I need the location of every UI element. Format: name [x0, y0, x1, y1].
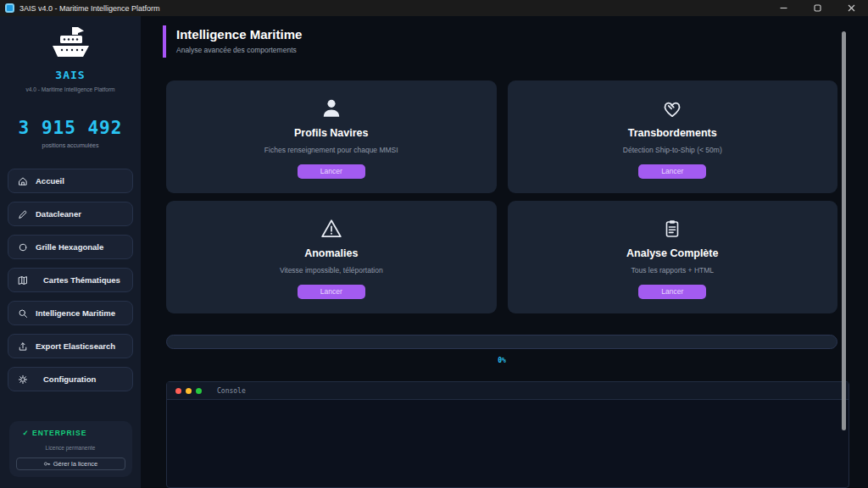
console-header: Console — [167, 382, 849, 400]
license-sublabel: Licence permanente — [16, 445, 125, 451]
app-subtitle: v4.0 - Maritime Intelligence Platform — [25, 86, 114, 92]
window-title: 3AIS v4.0 - Maritime Intelligence Platfo… — [19, 4, 160, 13]
traffic-light-yellow-icon — [186, 388, 192, 394]
manage-license-button[interactable]: Gérer la licence — [16, 458, 125, 470]
sidebar-item-label: Grille Hexagonale — [36, 242, 103, 252]
minimize-icon — [780, 4, 787, 12]
page-header: Intelligence Maritime Analyse avancée de… — [163, 25, 302, 58]
sidebar-item-label: Accueil — [36, 176, 64, 186]
page-subtitle: Analyse avancée des comportements — [176, 46, 302, 54]
sidebar-item-accueil[interactable]: Accueil — [8, 169, 133, 193]
sidebar-item-label: Configuration — [43, 374, 96, 384]
sidebar-item-cartes-thematiques[interactable]: Cartes Thématiques — [8, 268, 133, 292]
analysis-cards: Profils Navires Fiches renseignement pou… — [166, 80, 837, 313]
maximize-button[interactable] — [800, 0, 834, 16]
card-title: Transbordements — [628, 127, 717, 139]
ship-logo-icon — [49, 26, 92, 65]
console-output — [167, 400, 849, 488]
card-subtitle: Détection Ship-to-Ship (< 50m) — [623, 146, 722, 154]
sidebar-item-label: Intelligence Maritime — [36, 308, 115, 318]
lancer-transbordements-button[interactable]: Lancer — [638, 164, 706, 179]
sidebar-item-configuration[interactable]: Configuration — [8, 367, 133, 391]
license-badge: ✓ ENTERPRISE — [16, 429, 125, 437]
sidebar-item-label: Export Elasticsearch — [36, 341, 115, 351]
traffic-light-red-icon — [175, 388, 181, 394]
clipboard-icon — [662, 216, 682, 241]
card-subtitle: Fiches renseignement pour chaque MMSI — [264, 146, 398, 154]
progress-percent: 0% — [166, 357, 837, 364]
card-transbordements: Transbordements Détection Ship-to-Ship (… — [508, 80, 838, 193]
card-profils-navires: Profils Navires Fiches renseignement pou… — [166, 80, 497, 193]
maximize-icon — [814, 4, 821, 12]
pencil-icon — [18, 209, 28, 219]
sidebar-item-label: Cartes Thématiques — [43, 275, 120, 285]
search-icon — [18, 308, 28, 319]
license-panel: ✓ ENTERPRISE Licence permanente Gérer la… — [9, 421, 132, 477]
circle-icon — [18, 242, 28, 252]
card-title: Profils Navires — [294, 127, 369, 139]
sidebar-item-intelligence-maritime[interactable]: Intelligence Maritime — [8, 301, 133, 325]
card-title: Analyse Complète — [626, 247, 718, 259]
lancer-analyse-complete-button[interactable]: Lancer — [638, 285, 706, 299]
console-panel: Console — [166, 381, 849, 488]
gear-icon — [18, 374, 28, 385]
sidebar-nav: Accueil Datacleaner Grille Hexagonale Ca… — [8, 169, 133, 400]
title-bar: 3AIS v4.0 - Maritime Intelligence Platfo… — [0, 0, 868, 16]
close-icon — [848, 4, 855, 12]
handshake-icon — [660, 96, 684, 121]
check-icon: ✓ — [23, 429, 30, 437]
lancer-anomalies-button[interactable]: Lancer — [298, 285, 365, 299]
page-title: Intelligence Maritime — [176, 27, 302, 42]
minimize-button[interactable] — [766, 0, 800, 16]
sidebar-item-export-elasticsearch[interactable]: Export Elasticsearch — [8, 334, 133, 358]
console-title: Console — [217, 387, 246, 395]
license-badge-label: ENTERPRISE — [32, 429, 86, 437]
close-button[interactable] — [834, 0, 868, 16]
vertical-scrollbar[interactable] — [842, 31, 846, 430]
app-icon — [5, 3, 14, 13]
sidebar-item-grille-hexagonale[interactable]: Grille Hexagonale — [8, 235, 133, 259]
positions-count-label: positions accumulées — [42, 142, 99, 148]
lancer-profils-navires-button[interactable]: Lancer — [298, 164, 365, 179]
card-analyse-complete: Analyse Complète Tous les rapports + HTM… — [508, 201, 838, 313]
card-subtitle: Tous les rapports + HTML — [631, 266, 714, 274]
traffic-light-green-icon — [196, 388, 202, 394]
warning-icon — [320, 216, 343, 241]
manage-license-label: Gérer la licence — [53, 460, 98, 468]
app-name: 3AIS — [55, 69, 85, 81]
sidebar: 3AIS v4.0 - Maritime Intelligence Platfo… — [0, 16, 141, 488]
upload-icon — [18, 341, 28, 352]
key-icon — [43, 460, 51, 468]
sidebar-item-label: Datacleaner — [36, 209, 81, 219]
card-title: Anomalies — [304, 247, 358, 259]
sidebar-item-datacleaner[interactable]: Datacleaner — [8, 202, 133, 226]
card-anomalies: Anomalies Vitesse impossible, téléportat… — [166, 201, 497, 313]
card-subtitle: Vitesse impossible, téléportation — [280, 266, 383, 274]
map-icon — [18, 275, 28, 286]
home-icon — [18, 176, 28, 186]
progress-bar — [166, 335, 837, 349]
person-icon — [320, 96, 342, 121]
positions-count: 3 915 492 — [19, 118, 123, 138]
main-content: Intelligence Maritime Analyse avancée de… — [141, 16, 868, 488]
